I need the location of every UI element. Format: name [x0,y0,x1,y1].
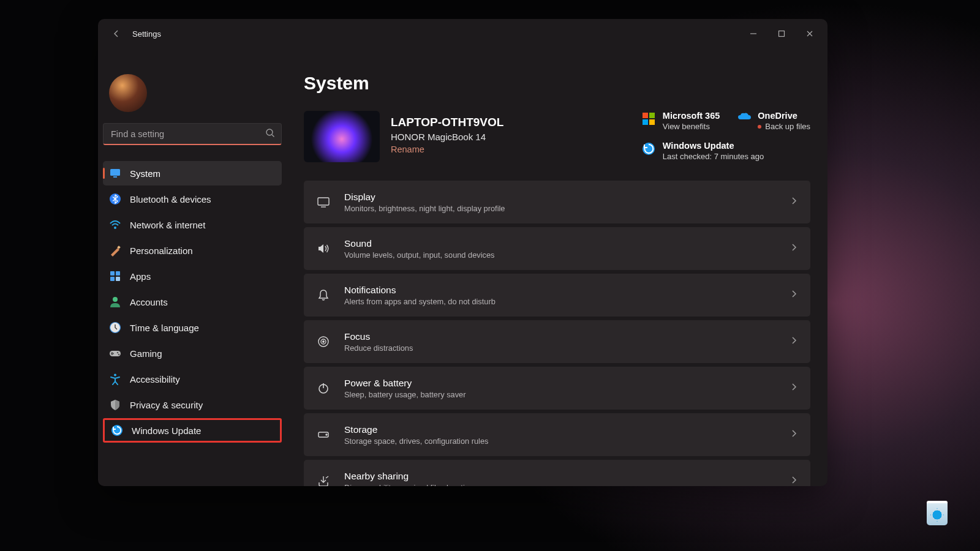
sidebar-item-bluetooth[interactable]: Bluetooth & devices [103,187,282,211]
sidebar-item-label: Bluetooth & devices [130,194,211,204]
network-icon [109,219,121,231]
app-title: Settings [132,29,161,39]
sidebar-item-update[interactable]: Windows Update [103,418,282,443]
minimize-button[interactable] [739,24,767,43]
sidebar-item-network[interactable]: Network & internet [103,212,282,237]
device-info: LAPTOP-OTHT9VOL HONOR MagicBook 14 Renam… [391,111,550,154]
device-model: HONOR MagicBook 14 [391,132,550,142]
onedrive-icon [737,112,750,126]
setting-row-nearby[interactable]: Nearby sharingDiscoverability, received … [304,460,810,486]
microsoft-365-icon [642,112,655,126]
update-icon [111,424,123,437]
title-bar: Settings [98,19,827,48]
back-button[interactable] [109,26,124,41]
svg-rect-23 [643,119,648,125]
settings-list: DisplayMonitors, brightness, night light… [304,181,810,486]
chevron-right-icon [790,383,798,394]
recycle-bin[interactable] [924,501,951,531]
svg-rect-21 [643,113,648,118]
svg-point-2 [266,129,273,135]
focus-icon [316,334,331,349]
close-button[interactable] [796,24,824,43]
sidebar-item-label: System [130,168,160,179]
device-name: LAPTOP-OTHT9VOL [391,116,550,129]
sidebar-item-label: Privacy & security [130,400,203,410]
windows-update-link[interactable]: Windows Update Last checked: 7 minutes a… [642,141,810,161]
accounts-icon [109,296,121,308]
sidebar-item-privacy[interactable]: Privacy & security [103,392,282,417]
maximize-button[interactable] [767,24,796,43]
svg-point-30 [323,341,324,342]
setting-row-notifications[interactable]: NotificationsAlerts from apps and system… [304,274,810,317]
chevron-right-icon [790,197,798,208]
nav-list: SystemBluetooth & devicesNetwork & inter… [103,161,282,444]
svg-rect-4 [110,169,120,176]
onedrive-link[interactable]: OneDrive Back up files [737,111,810,131]
rename-link[interactable]: Rename [391,144,550,154]
svg-point-19 [114,374,116,377]
sidebar-item-label: Apps [130,271,151,282]
svg-point-7 [114,227,116,229]
display-icon [316,195,331,209]
svg-rect-5 [113,176,117,178]
sidebar-item-time[interactable]: Time & language [103,315,282,340]
svg-rect-1 [779,31,785,37]
accessibility-icon [109,373,121,385]
svg-rect-26 [318,198,329,205]
setting-row-focus[interactable]: FocusReduce distractions [304,320,810,363]
warning-dot-icon [758,125,761,129]
svg-point-17 [117,352,119,354]
page-title: System [304,73,810,94]
svg-rect-22 [649,113,655,118]
sound-icon [316,241,331,256]
chevron-right-icon [790,243,798,254]
window-controls [739,24,824,43]
sidebar-item-apps[interactable]: Apps [103,264,282,288]
svg-point-34 [326,434,327,435]
sidebar: SystemBluetooth & devicesNetwork & inter… [98,48,287,486]
chevron-right-icon [790,476,798,486]
sidebar-item-label: Accessibility [130,374,180,384]
sidebar-item-label: Gaming [130,348,162,359]
notifications-icon [316,288,331,302]
svg-rect-24 [649,119,655,125]
personalization-icon [109,244,121,257]
apps-icon [109,270,121,282]
bluetooth-icon [109,193,121,205]
sidebar-item-system[interactable]: System [103,161,282,186]
search-icon [265,128,275,140]
svg-rect-10 [116,271,120,276]
system-icon [109,167,121,179]
sidebar-item-accounts[interactable]: Accounts [103,290,282,314]
microsoft-365-link[interactable]: Microsoft 365 View benefits [642,111,720,131]
svg-rect-12 [116,277,120,281]
windows-update-icon [642,142,655,156]
svg-point-18 [118,354,120,356]
settings-window: Settings SystemBluetooth & devicesNetwor… [98,19,827,486]
time-icon [109,321,121,334]
sidebar-item-gaming[interactable]: Gaming [103,341,282,365]
sidebar-item-label: Personalization [130,246,193,256]
setting-row-display[interactable]: DisplayMonitors, brightness, night light… [304,181,810,223]
sidebar-item-label: Accounts [130,297,168,307]
search-box[interactable] [103,123,282,145]
search-input[interactable] [111,129,259,139]
device-thumbnail[interactable] [304,111,380,162]
svg-rect-9 [110,271,115,276]
sidebar-item-accessibility[interactable]: Accessibility [103,367,282,391]
privacy-icon [109,399,121,411]
chevron-right-icon [790,290,798,301]
main-panel: System LAPTOP-OTHT9VOL HONOR MagicBook 1… [287,48,827,486]
user-avatar[interactable] [109,74,147,112]
sidebar-item-personalization[interactable]: Personalization [103,238,282,263]
sidebar-item-label: Time & language [130,323,199,333]
chevron-right-icon [790,429,798,440]
chevron-right-icon [790,336,798,347]
setting-row-power[interactable]: Power & batterySleep, battery usage, bat… [304,367,810,410]
gaming-icon [109,347,121,359]
power-icon [316,381,331,395]
sidebar-item-label: Network & internet [130,220,205,230]
setting-row-sound[interactable]: SoundVolume levels, output, input, sound… [304,227,810,270]
setting-row-storage[interactable]: StorageStorage space, drives, configurat… [304,413,810,456]
svg-rect-11 [110,277,115,281]
